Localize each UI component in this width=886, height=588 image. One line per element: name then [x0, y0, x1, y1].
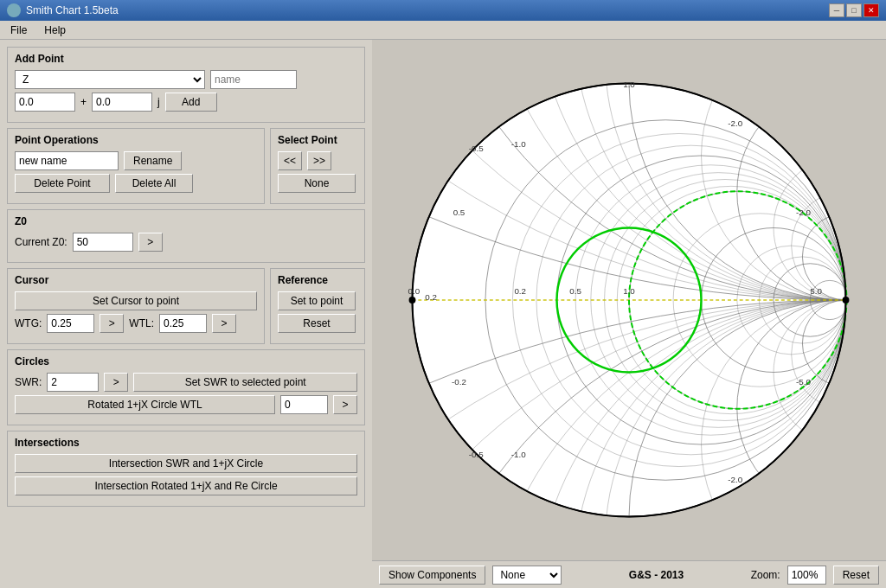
bottom-bar: Show Components None G&S - 2013 Zoom: Re… [372, 560, 886, 588]
svg-text:0.2: 0.2 [514, 286, 526, 296]
reference-title: Reference [278, 274, 357, 286]
rotated-row: Rotated 1+jX Circle WTL > [15, 395, 357, 414]
delete-all-button[interactable]: Delete All [115, 174, 193, 193]
set-to-point-row: Set to point [278, 291, 357, 310]
z0-title: Z0 [15, 215, 357, 227]
swr-input[interactable] [47, 373, 99, 392]
zoom-label: Zoom: [751, 569, 780, 581]
credit-text: G&S - 2013 [568, 569, 743, 581]
set-cursor-row: Set Cursor to point [15, 291, 257, 310]
plus-label: + [80, 96, 87, 108]
wtg-wtl-row: WTG: > WTL: > [15, 314, 257, 333]
add-point-type-row: Z Y S [15, 70, 357, 89]
reference-reset-row: Reset [278, 314, 357, 333]
intersections-section: Intersections Intersection SWR and 1+jX … [7, 431, 365, 507]
z0-row: Current Z0: > [15, 233, 357, 252]
svg-text:-2.0: -2.0 [728, 475, 742, 484]
select-nav-row: << >> [278, 151, 357, 170]
z0-section: Z0 Current Z0: > [7, 209, 365, 263]
imag-input[interactable] [92, 93, 152, 112]
new-name-input[interactable] [15, 151, 119, 170]
add-point-section: Add Point Z Y S + j Add [7, 47, 365, 123]
wtl-set-button[interactable]: > [212, 314, 236, 333]
rotated-value-input[interactable] [280, 395, 328, 414]
set-cursor-button[interactable]: Set Cursor to point [15, 291, 257, 310]
title-bar: Smith Chart 1.5beta ─ □ ✕ [0, 0, 886, 21]
svg-text:-0.2: -0.2 [452, 377, 466, 387]
cursor-reference-row: Cursor Set Cursor to point WTG: > WTL: >… [7, 268, 365, 344]
minimize-button[interactable]: ─ [829, 3, 844, 17]
close-button[interactable]: ✕ [864, 3, 879, 17]
menu-help[interactable]: Help [41, 22, 69, 38]
title-bar-buttons: ─ □ ✕ [829, 3, 879, 17]
svg-text:-5.0: -5.0 [796, 377, 811, 387]
point-operations-section: Point Operations Rename Delete Point Del… [7, 128, 265, 204]
svg-text:-2.0: -2.0 [796, 208, 811, 217]
set-swr-selected-button[interactable]: Set SWR to selected point [133, 373, 357, 392]
svg-text:-1.0: -1.0 [511, 139, 526, 149]
main-content: Add Point Z Y S + j Add Point Operations [0, 40, 886, 588]
show-components-button[interactable]: Show Components [379, 566, 485, 585]
reference-section: Reference Set to point Reset [270, 268, 365, 344]
intersection1-button[interactable]: Intersection SWR and 1+jX Circle [15, 454, 357, 473]
point-ops-row: Point Operations Rename Delete Point Del… [7, 128, 365, 204]
rename-button[interactable]: Rename [124, 151, 182, 170]
point-name-input[interactable] [210, 70, 297, 89]
z0-set-button[interactable]: > [138, 233, 163, 252]
maximize-button[interactable]: □ [846, 3, 862, 17]
wtl-input[interactable] [159, 314, 207, 333]
delete-row: Delete Point Delete All [15, 174, 257, 193]
add-point-value-row: + j Add [15, 93, 357, 112]
swr-set-button[interactable]: > [104, 373, 128, 392]
svg-text:0.5: 0.5 [569, 286, 581, 296]
none-dropdown-group: None [492, 566, 562, 585]
cursor-section: Cursor Set Cursor to point WTG: > WTL: > [7, 268, 265, 344]
wtg-label: WTG: [15, 317, 42, 329]
smith-chart-container: ∞ 0.0 1.0 0.2 0.5 1.0 0.5 0.2 -0.2 -2.0 … [387, 40, 871, 588]
smith-chart-svg[interactable]: ∞ 0.0 1.0 0.2 0.5 1.0 0.5 0.2 -0.2 -2.0 … [387, 54, 871, 546]
svg-text:-2.0: -2.0 [728, 118, 742, 128]
svg-point-70 [843, 297, 850, 304]
set-to-point-button[interactable]: Set to point [278, 291, 356, 310]
point-type-select[interactable]: Z Y S [15, 70, 205, 89]
svg-text:0.0: 0.0 [408, 286, 421, 296]
select-point-section: Select Point << >> None [270, 128, 365, 204]
delete-point-button[interactable]: Delete Point [15, 174, 110, 193]
intersections-title: Intersections [15, 437, 357, 449]
wtg-set-button[interactable]: > [100, 314, 124, 333]
svg-text:-1.0: -1.0 [511, 450, 526, 459]
intersection2-row: Intersection Rotated 1+jX and Re Circle [15, 476, 357, 495]
none-dropdown[interactable]: None [492, 566, 562, 585]
wtg-input[interactable] [47, 314, 94, 333]
real-input[interactable] [15, 93, 75, 112]
intersection2-button[interactable]: Intersection Rotated 1+jX and Re Circle [15, 476, 357, 495]
rotated-set-button[interactable]: > [333, 395, 357, 414]
rename-row: Rename [15, 151, 257, 170]
next-point-button[interactable]: >> [307, 151, 331, 170]
menu-file[interactable]: File [7, 22, 30, 38]
add-button[interactable]: Add [165, 93, 217, 112]
svg-text:-0.5: -0.5 [469, 144, 484, 153]
swr-label: SWR: [15, 376, 42, 388]
svg-point-69 [409, 297, 416, 304]
add-point-title: Add Point [15, 53, 357, 65]
svg-text:0.2: 0.2 [425, 292, 437, 302]
window-title: Smith Chart 1.5beta [26, 4, 119, 16]
point-operations-title: Point Operations [15, 134, 257, 146]
left-panel: Add Point Z Y S + j Add Point Operations [0, 40, 372, 588]
rotated-circle-button[interactable]: Rotated 1+jX Circle WTL [15, 395, 275, 414]
none-point-button[interactable]: None [278, 174, 356, 193]
right-panel: ∞ 0.0 1.0 0.2 0.5 1.0 0.5 0.2 -0.2 -2.0 … [372, 40, 886, 588]
prev-point-button[interactable]: << [278, 151, 302, 170]
title-bar-left: Smith Chart 1.5beta [7, 3, 119, 17]
intersection1-row: Intersection SWR and 1+jX Circle [15, 454, 357, 473]
j-label: j [157, 96, 160, 108]
menu-bar: File Help [0, 21, 886, 40]
reference-reset-button[interactable]: Reset [278, 314, 356, 333]
z0-value-input[interactable] [73, 233, 133, 252]
svg-text:5.0: 5.0 [810, 286, 822, 296]
svg-text:1.0: 1.0 [623, 286, 635, 296]
zoom-reset-button[interactable]: Reset [833, 566, 879, 585]
svg-text:1.0: 1.0 [623, 80, 635, 89]
zoom-input[interactable] [787, 566, 826, 585]
